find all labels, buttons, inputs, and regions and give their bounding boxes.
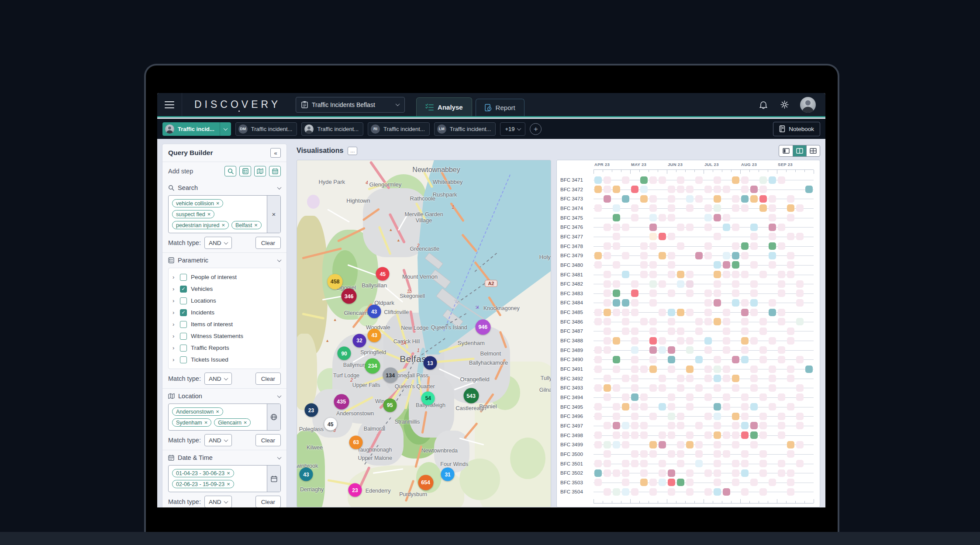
- datetime-clear-button[interactable]: Clear: [255, 496, 281, 507]
- remove-tag-icon[interactable]: ×: [216, 408, 219, 415]
- settings-gear-icon[interactable]: [779, 100, 790, 110]
- location-tag-input[interactable]: Andersonstown×Sydenham×Glencairn×: [168, 404, 281, 431]
- expand-chevron-icon[interactable]: ›: [173, 345, 176, 351]
- filter-tag[interactable]: pedestrian injured×: [172, 221, 229, 229]
- checkbox[interactable]: [180, 297, 187, 304]
- location-match-type-select[interactable]: AND: [204, 434, 232, 446]
- cluster-marker[interactable]: 63: [349, 435, 363, 449]
- filter-tag[interactable]: Sydenham×: [172, 418, 211, 427]
- remove-tag-icon[interactable]: ×: [204, 419, 208, 426]
- cluster-marker[interactable]: 45: [376, 267, 390, 281]
- checkbox[interactable]: [180, 356, 187, 363]
- project-selector[interactable]: Traffic Incidents Beflast: [296, 97, 405, 113]
- expand-chevron-icon[interactable]: ›: [173, 274, 176, 280]
- checkbox[interactable]: ✓: [180, 286, 187, 293]
- parametric-item[interactable]: ›✓Vehicles: [173, 283, 276, 295]
- notifications-bell-icon[interactable]: [758, 100, 769, 110]
- workspace-tab[interactable]: Traffic incident...: [301, 122, 363, 136]
- cluster-marker[interactable]: 23: [349, 483, 362, 497]
- parametric-item[interactable]: ›✓Incidents: [173, 307, 276, 318]
- filter-tag[interactable]: vehicle collision×: [172, 199, 223, 207]
- cluster-marker[interactable]: 23: [304, 404, 318, 417]
- parametric-item[interactable]: ›Items of interest: [173, 318, 276, 330]
- parametric-clear-button[interactable]: Clear: [255, 373, 281, 385]
- parametric-item[interactable]: ›Witness Statements: [173, 330, 276, 342]
- cluster-marker[interactable]: 32: [352, 334, 366, 347]
- notebook-button[interactable]: Notebook: [773, 122, 820, 136]
- remove-tag-icon[interactable]: ×: [207, 211, 211, 217]
- expand-chevron-icon[interactable]: ›: [173, 297, 176, 304]
- filter-tag[interactable]: 01-04-23 - 30-06-23×: [172, 469, 234, 477]
- cluster-marker[interactable]: 43: [367, 305, 381, 318]
- cluster-marker[interactable]: 43: [299, 468, 313, 481]
- search-tag-input[interactable]: vehicle collision×suspect fled×pedestria…: [168, 195, 281, 233]
- datetime-tag-input[interactable]: 01-04-23 - 30-06-23×02-06-23 - 15-09-23×: [168, 465, 281, 492]
- timeline-heatmap-visualisation[interactable]: APR 23APR 23MAY 23MAY 23JUN 23JUN 23JUL …: [556, 160, 820, 507]
- remove-tag-icon[interactable]: ×: [216, 200, 220, 207]
- expand-chevron-icon[interactable]: ›: [173, 286, 176, 292]
- workspace-tab-active[interactable]: Traffic incid...: [162, 122, 231, 136]
- filter-tag[interactable]: Belfast×: [231, 221, 262, 229]
- section-location-header[interactable]: Location: [168, 389, 281, 404]
- checkbox[interactable]: ✓: [180, 309, 187, 316]
- cluster-marker[interactable]: 31: [441, 468, 455, 481]
- pick-on-globe-button[interactable]: [267, 404, 280, 430]
- map-visualisation[interactable]: ▲▲▲▲✈NewtownabbeyHyde ParkGlengormleyWhi…: [297, 160, 551, 507]
- section-datetime-header[interactable]: Date & Time: [168, 450, 281, 465]
- filter-tag[interactable]: 02-06-23 - 15-09-23×: [172, 480, 234, 488]
- cluster-marker[interactable]: 43: [368, 328, 381, 342]
- parametric-item[interactable]: ›Tickets Issued: [173, 354, 276, 366]
- layout-single-pane-button[interactable]: [779, 145, 793, 156]
- expand-chevron-icon[interactable]: ›: [173, 356, 176, 363]
- section-parametric-header[interactable]: Parametric: [168, 253, 281, 268]
- parametric-item[interactable]: ›Locations: [173, 295, 276, 307]
- cluster-marker[interactable]: 458: [328, 274, 343, 289]
- cluster-marker[interactable]: 435: [334, 394, 349, 409]
- datetime-match-type-select[interactable]: AND: [204, 496, 232, 507]
- layout-split-pane-button[interactable]: [793, 145, 806, 156]
- cluster-marker[interactable]: 134: [383, 368, 398, 383]
- checkbox[interactable]: [180, 345, 187, 352]
- add-parametric-step-button[interactable]: [239, 166, 251, 176]
- tab-analyse[interactable]: Analyse: [416, 97, 472, 116]
- cluster-marker[interactable]: 654: [418, 475, 433, 490]
- cluster-marker[interactable]: 346: [342, 289, 357, 304]
- filter-tag[interactable]: Glencairn×: [214, 418, 251, 427]
- remove-tag-icon[interactable]: ×: [244, 419, 247, 426]
- cluster-marker[interactable]: 95: [383, 398, 397, 412]
- expand-chevron-icon[interactable]: ›: [173, 321, 176, 328]
- parametric-item[interactable]: ›People of interest: [173, 271, 276, 283]
- tabs-overflow-button[interactable]: +19: [500, 122, 525, 136]
- add-location-step-button[interactable]: [254, 166, 266, 176]
- checkbox[interactable]: [180, 274, 187, 281]
- tab-chevron-down-icon[interactable]: [220, 122, 231, 136]
- remove-tag-icon[interactable]: ×: [227, 481, 230, 487]
- collapse-panel-button[interactable]: «: [270, 148, 281, 158]
- section-search-header[interactable]: Search: [168, 180, 281, 195]
- expand-chevron-icon[interactable]: ›: [173, 333, 176, 339]
- workspace-tab[interactable]: DMTraffic incident...: [235, 122, 297, 136]
- user-avatar[interactable]: [800, 97, 816, 113]
- parametric-item[interactable]: ›Traffic Reports: [173, 342, 276, 354]
- visualisations-menu-button[interactable]: …: [348, 147, 357, 155]
- add-search-step-button[interactable]: [224, 166, 236, 176]
- workspace-tab[interactable]: RITraffic incident...: [368, 122, 430, 136]
- cluster-marker[interactable]: 45: [324, 417, 337, 431]
- filter-tag[interactable]: Andersonstown×: [172, 407, 223, 416]
- tab-report[interactable]: Report: [476, 99, 525, 116]
- location-clear-button[interactable]: Clear: [255, 434, 281, 446]
- add-datetime-step-button[interactable]: [269, 166, 281, 176]
- filter-tag[interactable]: suspect fled×: [172, 210, 214, 218]
- cluster-marker[interactable]: 54: [421, 391, 435, 405]
- remove-tag-icon[interactable]: ×: [221, 222, 225, 228]
- remove-tag-icon[interactable]: ×: [254, 222, 258, 228]
- cluster-marker[interactable]: 90: [338, 347, 351, 360]
- hamburger-menu-icon[interactable]: [157, 93, 182, 116]
- checkbox[interactable]: [180, 321, 187, 328]
- cluster-marker[interactable]: 543: [463, 388, 479, 404]
- search-clear-button[interactable]: Clear: [255, 237, 281, 249]
- search-match-type-select[interactable]: AND: [204, 237, 232, 249]
- cluster-marker[interactable]: 13: [424, 356, 437, 370]
- workspace-tab[interactable]: LMTraffic incident...: [434, 122, 496, 136]
- cluster-marker[interactable]: 946: [475, 319, 490, 335]
